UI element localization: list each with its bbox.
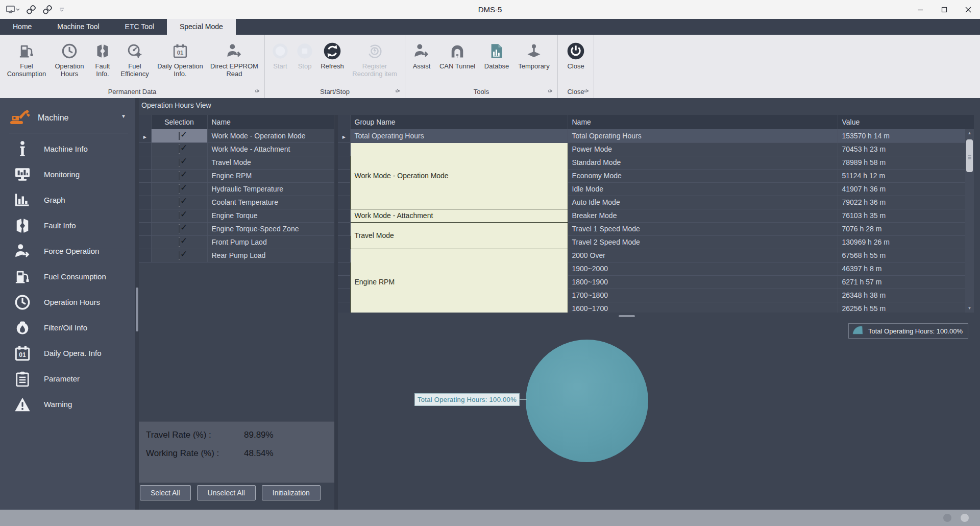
databse-button[interactable]: Databse [480,39,513,70]
checkbox[interactable] [179,171,180,180]
can-tunnel-button[interactable]: CAN Tunnel [435,39,480,70]
register-target-icon [366,40,383,62]
sidebar-item-daily-operation-info[interactable]: 01 Daily Opera. Info [0,341,135,366]
select-all-button[interactable]: Select All [140,485,191,500]
temporary-button[interactable]: Temporary [513,39,554,70]
table-row[interactable]: Engine RPM 2000 Over 67568 h 55 m [338,249,974,262]
table-row[interactable]: Rear Pump Load [139,249,334,262]
table-row[interactable]: Travel Mode [139,156,334,169]
close-button[interactable]: Close [561,39,591,70]
tab-machine-tool[interactable]: Machine Tool [44,19,112,35]
operation-hours-button[interactable]: Operation Hours [50,39,89,78]
table-row[interactable]: Total Operating Hours Total Operating Ho… [338,129,974,142]
dialog-launcher-icon[interactable] [548,85,553,95]
clock-icon [12,294,33,310]
scrollbar-thumb[interactable] [966,139,973,172]
daily-operation-info-button[interactable]: 01 Daily Operation Info. [153,39,207,78]
clipboard-icon [12,371,33,387]
fault-info-button[interactable]: Fault Info. [89,39,116,78]
fuel-consumption-button[interactable]: Fuel Consumption [3,39,50,78]
tab-home[interactable]: Home [0,19,44,35]
table-row[interactable]: Work Mode - Operation Mode [139,129,334,142]
column-header-group-name[interactable]: Group Name [350,115,568,129]
initialization-button[interactable]: Initialization [262,485,321,500]
sidebar-item-graph[interactable]: Graph [0,187,135,213]
oil-drop-icon [12,320,33,336]
checkbox[interactable] [179,184,180,194]
sidebar-item-fault-info[interactable]: Fault Info [0,213,135,238]
fault-cube-icon [12,218,33,233]
sidebar-item-monitoring[interactable]: Monitoring [0,162,135,187]
splitter-grip[interactable] [136,288,138,331]
close-window-button[interactable] [956,0,980,19]
machine-selector-label: Machine [38,113,68,123]
refresh-button[interactable]: Refresh [317,39,348,70]
dialog-launcher-icon[interactable] [584,85,589,95]
column-header-name[interactable]: Name [568,115,838,129]
checkbox[interactable] [179,237,180,247]
group-cell[interactable]: Total Operating Hours [350,129,568,142]
row-marker-icon [143,132,146,140]
tab-etc-tool[interactable]: ETC Tool [112,19,167,35]
dialog-launcher-icon[interactable] [255,85,260,95]
maximize-button[interactable] [932,0,956,19]
sidebar-item-operation-hours[interactable]: Operation Hours [0,290,135,315]
column-header-name[interactable]: Name [207,115,334,129]
chevron-down-icon[interactable]: ▼ [121,113,126,119]
table-row[interactable]: Coolant Temperature [139,196,334,209]
checkbox[interactable] [179,198,180,207]
sidebar-item-warning[interactable]: Warning [0,392,135,417]
table-row[interactable]: Engine RPM [139,169,334,182]
register-recording-item-button[interactable]: Register Recording item [348,39,402,78]
group-cell[interactable]: Engine RPM [350,249,568,313]
sidebar-item-machine-info[interactable]: Machine Info [0,136,135,162]
panel-divider [334,115,338,510]
dialog-launcher-icon[interactable] [396,85,400,95]
scroll-up-icon[interactable]: ▲ [965,129,974,137]
table-row[interactable]: Hydraulic Temperature [139,182,334,196]
checkbox[interactable] [179,211,180,220]
table-row[interactable]: Travel Mode Travel 1 Speed Mode 7076 h 2… [338,222,974,235]
checkbox[interactable] [179,131,180,140]
column-header-selection[interactable]: Selection [151,115,207,129]
table-row[interactable]: Front Pump Laod [139,235,334,249]
splitter-grip[interactable] [619,315,635,317]
checkbox[interactable] [179,145,180,154]
scroll-down-icon[interactable]: ▼ [965,304,974,313]
travel-rate-value: 89.89% [244,430,274,440]
vertical-scrollbar[interactable]: ▲ ▼ [965,115,974,313]
tab-special-mode[interactable]: Special Mode [167,19,236,35]
sidebar-item-fuel-consumption[interactable]: Fuel Consumption [0,264,135,290]
horizontal-splitter[interactable] [338,314,974,318]
machine-selector[interactable]: Machine ▼ [0,98,135,133]
sidebar-item-force-operation[interactable]: Force Operation [0,238,135,264]
unselect-all-button[interactable]: Unselect All [197,485,256,500]
table-row[interactable]: Work Mode - Operation Mode Power Mode 70… [338,142,974,156]
direct-epprom-read-button[interactable]: Direct EPPROM Read [207,39,261,78]
fuel-efficiency-button[interactable]: Fuel Efficiency [116,39,153,78]
operation-hours-panel: Group Name Name Value Total Operating Ho… [338,115,974,510]
operation-hours-chart: Total Operating Hours: 100.00% Total Ope… [338,318,974,510]
stop-button[interactable]: Stop [292,39,317,70]
assist-button[interactable]: Assist [408,39,435,70]
checkbox[interactable] [179,158,180,167]
minimize-button[interactable] [908,0,932,19]
group-cell[interactable]: Work Mode - Operation Mode [350,142,568,209]
group-label-permanent-data: Permanent Data [108,88,157,95]
table-row[interactable]: Engine Torque [139,209,334,222]
sidebar-splitter[interactable] [135,98,139,510]
column-header-value[interactable]: Value [838,115,974,129]
table-row[interactable]: Engine Torque-Speed Zone [139,222,334,235]
sidebar-divider [9,133,128,133]
sidebar-item-filter-oil-info[interactable]: Filter/Oil Info [0,315,135,341]
ribbon-group-start-stop: Start Stop Refresh Register Recording it… [265,35,405,98]
table-row[interactable]: Work Mode - Attachment [139,142,334,156]
table-row[interactable]: Work Mode - Attachment Breaker Mode 7610… [338,209,974,222]
start-button[interactable]: Start [268,39,292,70]
checkbox[interactable] [179,224,180,233]
pie-slice-total-operating-hours[interactable] [526,340,648,462]
group-cell[interactable]: Work Mode - Attachment [350,209,568,222]
group-cell[interactable]: Travel Mode [350,222,568,249]
sidebar-item-parameter[interactable]: Parameter [0,366,135,392]
checkbox[interactable] [179,251,180,260]
